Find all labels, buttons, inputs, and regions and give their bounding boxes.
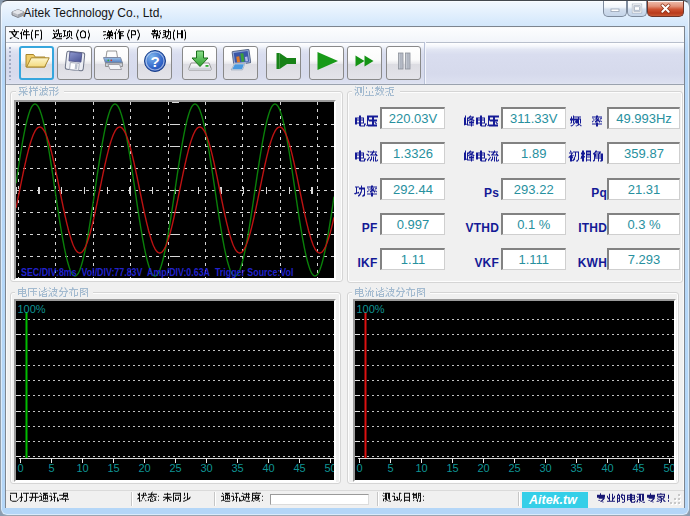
svg-text:20: 20 (138, 462, 150, 474)
svg-text:50: 50 (324, 462, 334, 474)
svg-text:0: 0 (17, 462, 23, 474)
svg-text:45: 45 (293, 462, 305, 474)
svg-text:15: 15 (446, 462, 458, 474)
svg-text:100%: 100% (18, 303, 46, 315)
svg-text:0: 0 (356, 462, 362, 474)
svg-text:5: 5 (48, 462, 54, 474)
svg-text:15: 15 (107, 462, 119, 474)
svg-text:40: 40 (262, 462, 274, 474)
svg-text:45: 45 (632, 462, 644, 474)
svg-text:?: ? (150, 53, 159, 70)
svg-text:100%: 100% (357, 303, 385, 315)
svg-text:30: 30 (539, 462, 551, 474)
svg-text:10: 10 (415, 462, 427, 474)
svg-text:50: 50 (663, 462, 674, 474)
svg-text:25: 25 (508, 462, 520, 474)
svg-text:30: 30 (200, 462, 212, 474)
svg-text:20: 20 (477, 462, 489, 474)
svg-text:5: 5 (387, 462, 393, 474)
svg-text:10: 10 (76, 462, 88, 474)
svg-text:25: 25 (169, 462, 181, 474)
svg-text:40: 40 (601, 462, 613, 474)
svg-text:35: 35 (570, 462, 582, 474)
svg-text:35: 35 (231, 462, 243, 474)
